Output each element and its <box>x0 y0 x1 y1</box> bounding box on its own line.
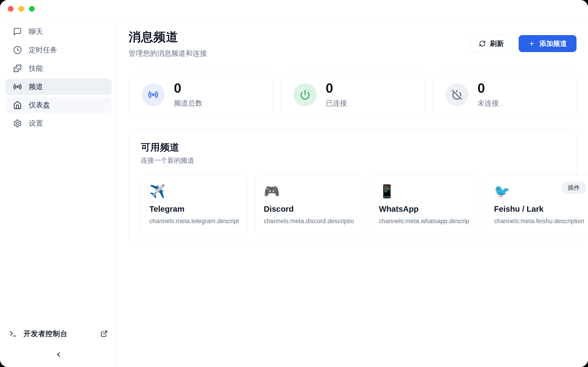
telegram-emoji-icon: ✈️ <box>149 184 239 198</box>
sidebar-item-label: 定时任务 <box>29 45 57 55</box>
stats-row: 0 频道总数 0 已连接 <box>129 72 577 117</box>
sidebar-item-label: 仪表盘 <box>29 100 50 110</box>
sidebar-item-label: 设置 <box>29 119 43 128</box>
sidebar-footer: 开发者控制台 <box>0 329 117 367</box>
radio-icon <box>13 82 22 91</box>
plugin-badge: 插件 <box>561 181 586 194</box>
message-square-icon <box>13 27 22 36</box>
refresh-icon <box>479 40 486 47</box>
add-channel-button-label: 添加频道 <box>539 39 567 48</box>
home-icon <box>13 101 22 109</box>
page-header: 消息频道 管理您的消息频道和连接 刷新 添加频道 <box>129 29 577 58</box>
close-button[interactable] <box>8 6 14 12</box>
channel-card-whatsapp[interactable]: 📱 WhatsApp channels:meta.whatsapp.descri… <box>370 175 477 234</box>
channel-name: Discord <box>264 204 354 214</box>
zoom-button[interactable] <box>29 6 35 12</box>
stat-bubble <box>445 83 468 106</box>
channel-name: Feishu / Lark <box>494 204 584 214</box>
channel-description: channels:meta.telegram.descript <box>149 218 239 225</box>
sidebar-item-skills[interactable]: 技能 <box>5 60 112 77</box>
titlebar <box>0 0 588 18</box>
sidebar-item-label: 聊天 <box>29 27 43 36</box>
stat-label: 未连接 <box>477 98 499 108</box>
page-subtitle: 管理您的消息频道和连接 <box>129 49 207 58</box>
channel-description: channels:meta.whatsapp.descrip <box>379 218 469 225</box>
channel-description: channels:meta.feishu.description <box>494 218 584 225</box>
stat-label: 频道总数 <box>174 98 202 108</box>
power-off-icon <box>451 90 462 100</box>
dev-console-label: 开发者控制台 <box>23 329 100 339</box>
stat-bubble <box>142 83 165 106</box>
stat-bubble <box>294 83 317 106</box>
external-link-icon[interactable] <box>100 330 108 337</box>
sidebar-collapse-button[interactable] <box>51 348 66 361</box>
radio-icon <box>148 90 158 100</box>
gear-icon <box>13 119 22 128</box>
channel-description: channels:meta.discord.descriptio <box>264 218 354 225</box>
dev-console-link[interactable]: 开发者控制台 <box>9 329 108 339</box>
sidebar: 聊天 定时任务 技能 <box>0 18 117 367</box>
puzzle-icon <box>13 64 22 73</box>
main-content: 消息频道 管理您的消息频道和连接 刷新 添加频道 <box>117 18 588 367</box>
stat-value: 0 <box>477 81 499 95</box>
discord-emoji-icon: 🎮 <box>264 184 354 198</box>
available-channels-title: 可用频道 <box>141 141 564 154</box>
stat-card-total-channels: 0 频道总数 <box>129 72 273 117</box>
sidebar-nav: 聊天 定时任务 技能 <box>0 18 117 329</box>
stat-card-disconnected: 0 未连接 <box>432 72 577 117</box>
available-channels-panel: 可用频道 连接一个新的频道 ✈️ Telegram channels:meta.… <box>129 129 577 246</box>
add-channel-button[interactable]: 添加频道 <box>519 35 577 52</box>
chevron-left-icon <box>55 351 62 358</box>
whatsapp-emoji-icon: 📱 <box>379 184 469 198</box>
terminal-icon <box>9 330 17 338</box>
sidebar-item-label: 频道 <box>29 82 43 92</box>
channel-card-discord[interactable]: 🎮 Discord channels:meta.discord.descript… <box>255 175 363 234</box>
channel-grid: ✈️ Telegram channels:meta.telegram.descr… <box>141 175 564 234</box>
sidebar-item-chat[interactable]: 聊天 <box>5 23 112 40</box>
sidebar-item-label: 技能 <box>29 64 43 73</box>
sidebar-item-settings[interactable]: 设置 <box>5 115 112 132</box>
page-title: 消息频道 <box>129 29 207 45</box>
available-channels-subtitle: 连接一个新的频道 <box>141 156 564 165</box>
sidebar-item-scheduled-tasks[interactable]: 定时任务 <box>5 42 112 58</box>
app-window: 聊天 定时任务 技能 <box>0 0 588 367</box>
stat-value: 0 <box>326 81 347 95</box>
channel-card-feishu[interactable]: 插件 🐦 Feishu / Lark channels:meta.feishu.… <box>485 175 588 234</box>
minimize-button[interactable] <box>18 6 24 12</box>
sidebar-item-channels[interactable]: 频道 <box>5 78 112 95</box>
plus-icon <box>528 40 535 47</box>
stat-value: 0 <box>174 81 202 95</box>
clock-icon <box>13 46 22 54</box>
sidebar-item-dashboard[interactable]: 仪表盘 <box>5 97 112 113</box>
channel-name: Telegram <box>149 204 239 214</box>
stat-card-connected: 0 已连接 <box>280 72 425 117</box>
channel-card-telegram[interactable]: ✈️ Telegram channels:meta.telegram.descr… <box>141 175 247 234</box>
refresh-button-label: 刷新 <box>490 39 504 48</box>
power-icon <box>300 90 310 100</box>
refresh-button[interactable]: 刷新 <box>470 35 513 52</box>
stat-label: 已连接 <box>326 98 347 108</box>
channel-name: WhatsApp <box>379 204 469 214</box>
